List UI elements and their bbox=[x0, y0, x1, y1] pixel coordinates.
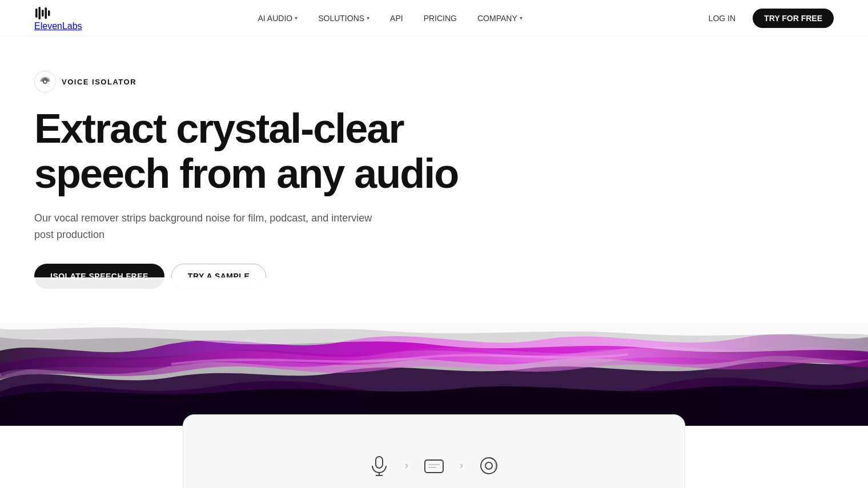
login-button[interactable]: LOG IN bbox=[698, 9, 746, 27]
logo-text: ElevenLabs bbox=[34, 21, 82, 31]
hero-subtitle: Our vocal remover strips background nois… bbox=[34, 210, 377, 243]
svg-rect-0 bbox=[35, 9, 38, 18]
badge-label: VOICE ISOLATOR bbox=[62, 78, 136, 86]
logo[interactable]: ElevenLabs bbox=[34, 5, 82, 31]
try-free-button[interactable]: TRY FOR FREE bbox=[753, 9, 834, 28]
wave-section bbox=[0, 277, 868, 426]
svg-rect-2 bbox=[42, 10, 44, 17]
svg-point-14 bbox=[485, 462, 492, 469]
logo-svg bbox=[34, 5, 50, 21]
nav-item-ai-audio[interactable]: AI AUDIO ▾ bbox=[250, 9, 306, 27]
navbar: ElevenLabs AI AUDIO ▾ SOLUTIONS ▾ API PR… bbox=[0, 0, 868, 37]
svg-rect-4 bbox=[48, 10, 50, 16]
svg-rect-7 bbox=[376, 457, 383, 468]
nav-links: AI AUDIO ▾ SOLUTIONS ▾ API PRICING COMPA… bbox=[250, 9, 530, 27]
svg-point-5 bbox=[43, 80, 47, 83]
svg-rect-10 bbox=[425, 460, 443, 473]
arrow-icon-1: › bbox=[405, 459, 408, 471]
chevron-down-icon: ▾ bbox=[520, 15, 523, 21]
badge-icon bbox=[34, 71, 56, 92]
voice-isolator-icon bbox=[39, 75, 51, 88]
nav-item-solutions[interactable]: SOLUTIONS ▾ bbox=[310, 9, 377, 27]
hero-section: VOICE ISOLATOR Extract crystal-clear spe… bbox=[0, 37, 868, 289]
wave-svg bbox=[0, 277, 868, 426]
chevron-down-icon: ▾ bbox=[367, 15, 369, 21]
arrow-icon-2: › bbox=[460, 459, 463, 471]
speaker-icon bbox=[475, 451, 503, 480]
nav-actions: LOG IN TRY FOR FREE bbox=[698, 9, 834, 28]
svg-rect-3 bbox=[45, 7, 47, 19]
badge: VOICE ISOLATOR bbox=[34, 71, 136, 92]
file-icon bbox=[420, 451, 448, 480]
logo-icon bbox=[34, 5, 82, 21]
nav-item-company[interactable]: COMPANY ▾ bbox=[469, 9, 531, 27]
demo-card: › › bbox=[183, 414, 685, 488]
demo-flow: › › bbox=[365, 451, 503, 480]
nav-item-api[interactable]: API bbox=[382, 9, 411, 27]
chevron-down-icon: ▾ bbox=[295, 15, 298, 21]
hero-title: Extract crystal-clear speech from any au… bbox=[34, 106, 503, 196]
nav-item-pricing[interactable]: PRICING bbox=[416, 9, 465, 27]
microphone-icon bbox=[365, 451, 393, 480]
svg-rect-1 bbox=[39, 7, 41, 19]
demo-card-wrapper: › › bbox=[0, 414, 868, 488]
